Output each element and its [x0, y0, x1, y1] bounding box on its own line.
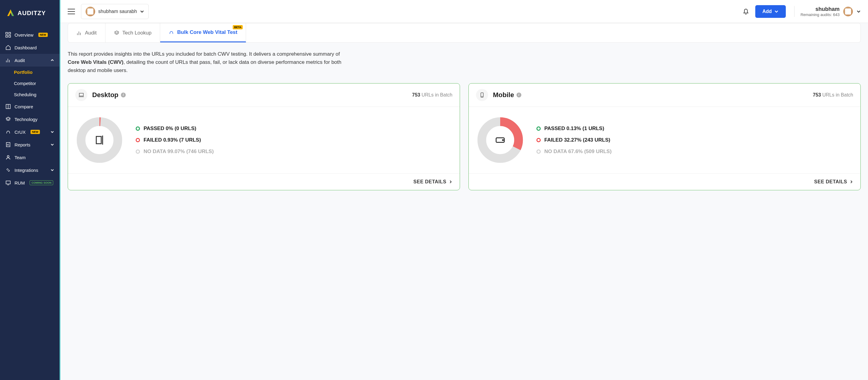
sidebar-item-crux[interactable]: CrUX NEW: [0, 125, 60, 138]
stat-failed: FAILED 32.27% (243 URLS): [536, 137, 853, 143]
coming-soon-badge: COMING SOON: [30, 180, 53, 185]
sidebar-item-audit[interactable]: Audit: [0, 54, 60, 66]
logo[interactable]: AUDITZY TM: [0, 0, 60, 26]
see-details-button[interactable]: SEE DETAILS: [814, 179, 853, 184]
beta-badge: BETA: [233, 25, 243, 29]
mobile-card: Mobile i 753 URLs in Batch: [468, 83, 861, 190]
mobile-icon: [476, 89, 488, 101]
vitals-icon: [168, 30, 174, 35]
mobile-icon: [476, 116, 524, 164]
add-button[interactable]: Add: [755, 5, 786, 18]
nav-label: Technology: [14, 117, 37, 122]
info-icon[interactable]: i: [121, 93, 126, 97]
chevron-down-icon: [857, 9, 861, 13]
card-body: PASSED 0% (0 URLS) FAILED 0.93% (7 URLS)…: [68, 107, 460, 173]
workspace-dropdown[interactable]: shubham saurabh: [81, 4, 149, 19]
svg-rect-11: [96, 137, 101, 144]
user-info[interactable]: shubham Remaining audits: 643: [794, 6, 861, 17]
info-icon[interactable]: i: [517, 93, 521, 97]
audit-subnav: Portfolio Competitor Scheduling: [0, 66, 60, 100]
svg-rect-2: [6, 35, 7, 37]
tab-label: Tech Lookup: [122, 30, 151, 36]
sidebar-subitem-competitor[interactable]: Competitor: [0, 78, 60, 89]
remaining-audits: Remaining audits: 643: [801, 12, 840, 17]
dot-fail-icon: [136, 138, 140, 142]
mobile-stats: PASSED 0.13% (1 URLS) FAILED 32.27% (243…: [536, 125, 853, 155]
card-footer: SEE DETAILS: [68, 173, 460, 190]
chart-icon: [76, 30, 82, 36]
nav-label: Integrations: [14, 168, 38, 173]
desktop-card: Desktop i 753 URLs in Batch: [68, 83, 460, 190]
tab-label: Bulk Core Web Vital Test: [177, 29, 237, 35]
new-badge: NEW: [38, 33, 48, 37]
sidebar-item-team[interactable]: Team: [0, 151, 60, 164]
workspace-name: shubham saurabh: [98, 9, 137, 14]
tab-label: Audit: [85, 30, 97, 36]
sidebar-subitem-scheduling[interactable]: Scheduling: [0, 89, 60, 100]
user-icon: [5, 155, 11, 160]
desktop-donut-chart: [75, 116, 124, 164]
sidebar-item-compare[interactable]: Compare: [0, 100, 60, 113]
nav-label: Overview: [14, 32, 34, 37]
stat-nodata: NO DATA 99.07% (746 URLS): [136, 149, 453, 155]
stat-passed: PASSED 0% (0 URLS): [136, 125, 453, 131]
sidebar-item-rum[interactable]: RUM COMING SOON: [0, 176, 60, 189]
bell-icon[interactable]: [743, 8, 749, 15]
nav-label: Compare: [14, 104, 33, 109]
stat-nodata: NO DATA 67.6% (509 URLS): [536, 149, 853, 155]
sidebar-item-overview[interactable]: Overview NEW: [0, 28, 60, 41]
svg-rect-3: [9, 35, 10, 37]
chevron-down-icon: [140, 9, 144, 13]
link-icon: [5, 167, 11, 173]
card-title: Desktop: [92, 91, 119, 99]
dot-fail-icon: [536, 138, 541, 142]
mobile-donut-chart: [476, 116, 524, 164]
laptop-icon: [75, 89, 87, 101]
batch-count: 753 URLs in Batch: [813, 92, 853, 98]
sidebar-subitem-portfolio[interactable]: Portfolio: [0, 66, 60, 78]
hamburger-icon[interactable]: [68, 9, 75, 14]
layers-icon: [5, 116, 11, 122]
sidebar-item-dashboard[interactable]: Dashboard: [0, 41, 60, 54]
desc-pre: This report provides insights into the U…: [68, 51, 340, 57]
new-badge: NEW: [31, 130, 40, 134]
user-name: shubham: [801, 6, 840, 12]
dot-nodata-icon: [136, 149, 140, 154]
tab-tech-lookup[interactable]: Tech Lookup: [105, 23, 160, 42]
main-area: shubham saurabh Add shubham Remaining au…: [60, 0, 868, 380]
chevron-down-icon: [51, 168, 54, 173]
stat-passed: PASSED 0.13% (1 URLS): [536, 125, 853, 131]
card-header: Mobile i 753 URLs in Batch: [469, 84, 861, 107]
tab-audit[interactable]: Audit: [68, 23, 105, 42]
add-label: Add: [763, 9, 772, 14]
card-header: Desktop i 753 URLs in Batch: [68, 84, 460, 107]
crux-icon: [5, 129, 11, 135]
chevron-up-icon: [51, 58, 54, 63]
chevron-right-icon: [449, 180, 453, 184]
svg-point-17: [503, 140, 503, 140]
see-details-button[interactable]: SEE DETAILS: [413, 179, 453, 184]
laptop-icon: [75, 116, 124, 164]
tab-bulk-cwv[interactable]: BETA Bulk Core Web Vital Test: [160, 23, 246, 42]
card-body: PASSED 0.13% (1 URLS) FAILED 32.27% (243…: [469, 107, 861, 173]
svg-point-13: [482, 96, 483, 97]
monitor-icon: [5, 180, 11, 185]
avatar: [843, 7, 853, 16]
desktop-stats: PASSED 0% (0 URLS) FAILED 0.93% (7 URLS)…: [136, 125, 453, 155]
nav-label: Team: [14, 155, 26, 160]
sidebar-item-reports[interactable]: Reports: [0, 138, 60, 151]
sidebar-item-integrations[interactable]: Integrations: [0, 164, 60, 176]
nav-label: CrUX: [14, 129, 26, 135]
desc-bold: Core Web Vitals (CWV): [68, 59, 124, 65]
nav-label: Dashboard: [14, 45, 37, 50]
card-title: Mobile: [493, 91, 514, 99]
sidebar-item-technology[interactable]: Technology: [0, 113, 60, 125]
svg-rect-7: [6, 181, 10, 184]
svg-rect-8: [79, 93, 83, 96]
avatar: [86, 7, 95, 16]
dot-pass-icon: [136, 126, 140, 131]
chart-icon: [5, 57, 11, 63]
cards-row: Desktop i 753 URLs in Batch: [68, 83, 861, 190]
tabs: Audit Tech Lookup BETA Bulk Core Web Vit…: [68, 23, 861, 43]
reports-icon: [5, 142, 11, 147]
